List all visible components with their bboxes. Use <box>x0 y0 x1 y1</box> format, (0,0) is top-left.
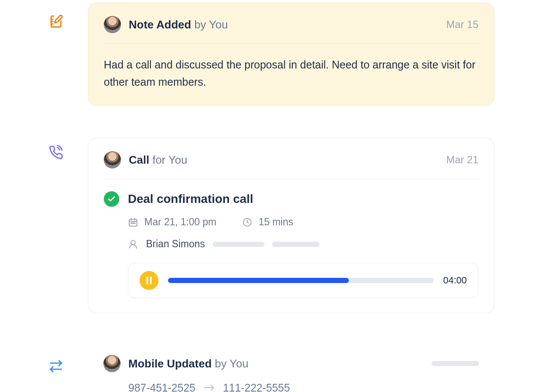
svg-point-5 <box>133 223 134 224</box>
update-body: 987-451-2525 111-222-5555 <box>128 382 479 392</box>
note-title-bold: Note Added <box>129 18 191 31</box>
call-title-line: Call for You <box>129 153 187 167</box>
call-people: Brian Simons <box>128 238 478 250</box>
call-datetime: Mar 21, 1:00 pm <box>128 216 216 228</box>
person-icon <box>128 239 138 249</box>
note-title-by: by You <box>191 18 228 31</box>
check-icon <box>104 191 119 207</box>
note-header: Note Added by You Mar 15 <box>104 16 478 33</box>
call-body: Deal confirmation call Mar 21, 1:00 pm 1… <box>104 191 478 298</box>
audio-player: 04:00 <box>128 263 478 298</box>
call-title-bold: Call <box>129 153 149 166</box>
svg-point-8 <box>131 240 135 245</box>
update-card: Mobile Updated by You 987-451-2525 111-2… <box>88 347 494 392</box>
clock-icon <box>242 217 252 227</box>
note-icon <box>47 12 65 31</box>
placeholder-pill <box>213 242 264 247</box>
update-title-bold: Mobile Updated <box>128 357 212 370</box>
note-title: Note Added by You <box>129 18 228 31</box>
avatar <box>103 355 121 372</box>
divider <box>104 179 478 179</box>
placeholder-pill <box>272 242 320 247</box>
call-title-for: for You <box>149 153 187 166</box>
svg-point-4 <box>131 223 132 224</box>
avatar <box>104 151 121 168</box>
update-title-by: by You <box>212 357 248 370</box>
note-date: Mar 15 <box>446 19 478 31</box>
update-old-value: 987-451-2525 <box>128 382 196 392</box>
call-icon <box>47 143 65 162</box>
audio-progress-track[interactable] <box>168 278 434 283</box>
call-subject: Deal confirmation call <box>128 192 253 206</box>
placeholder-pill <box>432 361 479 366</box>
update-new-value: 111-222-5555 <box>223 382 290 392</box>
update-icon <box>47 357 65 376</box>
call-header: Call for You Mar 21 <box>104 151 478 168</box>
divider <box>104 44 478 44</box>
pause-button[interactable] <box>140 271 158 290</box>
call-person-name: Brian Simons <box>146 238 205 250</box>
call-meta: Mar 21, 1:00 pm 15 mins <box>128 216 478 228</box>
update-header: Mobile Updated by You <box>103 355 479 372</box>
call-duration-text: 15 mins <box>258 216 293 228</box>
audio-progress-fill <box>168 278 349 283</box>
avatar <box>104 16 121 33</box>
arrow-right-icon <box>203 382 215 392</box>
call-title-row: Deal confirmation call <box>104 191 478 207</box>
calendar-icon <box>128 217 138 227</box>
call-card: Call for You Mar 21 Deal confirmation ca… <box>88 138 494 313</box>
audio-time: 04:00 <box>443 275 467 286</box>
call-duration: 15 mins <box>242 216 293 228</box>
svg-point-6 <box>134 223 135 224</box>
note-body: Had a call and discussed the proposal in… <box>104 56 478 90</box>
update-date-placeholder <box>432 361 479 366</box>
call-date: Mar 21 <box>446 154 478 166</box>
pause-icon <box>146 277 152 284</box>
note-card: Note Added by You Mar 15 Had a call and … <box>88 3 494 106</box>
update-title: Mobile Updated by You <box>128 357 248 370</box>
call-datetime-text: Mar 21, 1:00 pm <box>144 216 216 228</box>
